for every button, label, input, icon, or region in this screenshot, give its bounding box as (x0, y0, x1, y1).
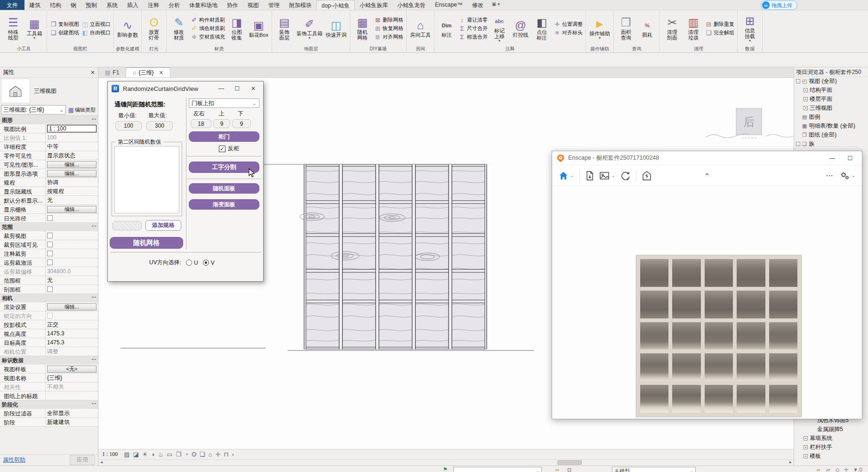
gradient-panel-button[interactable]: 渐变面板 (189, 199, 259, 210)
button-restore-grid[interactable]: ⊞恢复网格 (373, 24, 404, 33)
button-light-control-line[interactable]: @灯控线 (510, 18, 531, 38)
visual-style-icon[interactable]: ◪ (133, 451, 139, 458)
section-header[interactable]: 相机⌃⌃ (0, 294, 98, 302)
video-path-button[interactable] (621, 171, 630, 180)
radio-v-icon[interactable] (203, 260, 209, 266)
button-align-grid[interactable]: ≣对齐网格 (373, 33, 404, 41)
property-value[interactable]: 1475.3 (47, 339, 64, 346)
property-value[interactable]: {三维} (47, 374, 62, 382)
render-icon[interactable]: ♨ (158, 451, 163, 458)
more-icon[interactable]: ‹ (232, 451, 234, 458)
collapse-icon[interactable]: ⌃⌃ (91, 225, 96, 229)
random-values-listbox[interactable] (114, 146, 179, 213)
expander-plus-icon[interactable]: + (804, 97, 808, 101)
top-value-input[interactable]: 9 (213, 119, 230, 128)
enscape-viewport[interactable] (552, 186, 862, 419)
button-toolbox[interactable]: ▦工具箱▾ (24, 17, 45, 40)
minimize-icon[interactable]: — (825, 155, 839, 162)
collapse-toolbar-icon[interactable]: ⌃ (704, 172, 710, 180)
checkbox[interactable] (47, 251, 53, 256)
button-decal-box[interactable]: ▣贴花Box (248, 18, 270, 38)
button-loss[interactable]: %损耗 (637, 18, 658, 38)
design-option-combo[interactable]: 主模型⌄ (612, 467, 696, 472)
type-selector-combo[interactable]: 三维视图: {三维} ⌄ (1, 105, 66, 114)
property-value[interactable]: 无 (47, 277, 53, 285)
button-clean-section[interactable]: ✂清理 剖面 (662, 16, 683, 41)
checkbox[interactable] (47, 260, 53, 265)
add-spec-button[interactable]: 添加规格 (145, 220, 181, 231)
section-header[interactable]: 范围⌃⌃ (0, 223, 98, 231)
button-component-material-brush[interactable]: ✐构件材质刷 (190, 16, 226, 24)
tree-item[interactable]: +栏杆扶手 (794, 443, 868, 452)
properties-help-link[interactable]: 属性帮助 (3, 456, 25, 464)
temporary-hide-icon[interactable]: ◔ (185, 451, 188, 458)
button-room-tool[interactable]: ⌂房间工具 (409, 18, 432, 38)
button-avoid-clear[interactable]: ↕避让清零 (458, 16, 489, 24)
minimize-icon[interactable]: — (215, 85, 227, 92)
select-pinned-icon[interactable]: ◇ (836, 467, 839, 472)
checkbox[interactable] (47, 215, 53, 221)
button-decor-toolbox[interactable]: ✐装饰工具箱▾ (295, 17, 324, 40)
start-enscape-button[interactable] (642, 171, 651, 180)
button-delete-grid[interactable]: ⊠删除网格 (373, 16, 404, 24)
file-menu-button[interactable]: 文件 (0, 0, 24, 10)
link-icon[interactable]: ⊡ (567, 467, 571, 472)
close-tab-icon[interactable]: ✕ (159, 70, 163, 76)
button-impact-parameters[interactable]: ∿影响参数 (116, 18, 139, 38)
ribbon-tab[interactable]: Enscape™ (430, 0, 467, 10)
section-header[interactable]: 标识数据⌃⌃ (0, 356, 98, 365)
ribbon-tab[interactable]: 管理 (264, 0, 284, 10)
maximize-icon[interactable]: ☐ (231, 85, 243, 92)
ribbon-tab[interactable]: 注释 (143, 0, 164, 10)
displacement-icon[interactable]: ✛ (216, 451, 221, 458)
ribbon-tab[interactable]: 视图 (243, 0, 264, 10)
property-value[interactable]: 1475.3 (47, 330, 64, 337)
maximize-icon[interactable]: ☐ (843, 155, 857, 162)
temporary-view-icon[interactable]: ❏ (200, 451, 205, 458)
button-position-adjust[interactable]: ✛位置调整 (553, 20, 584, 28)
button-elevation-viewport[interactable]: ◫立面视口 (80, 20, 112, 28)
button-fill-material-brush[interactable]: ✐填色材质刷 (190, 24, 226, 33)
view-scale-button[interactable]: 1 : 100 (102, 451, 118, 458)
door-type-combo[interactable]: 门板上扣 ⌄ (189, 98, 259, 108)
button-dim-merge[interactable]: Σ尺寸合并 (458, 24, 489, 33)
view-tab-f1[interactable]: ▤ F1 (98, 67, 126, 77)
chevron-down-icon[interactable]: ⌄ (852, 173, 855, 178)
close-icon[interactable]: ✕ (247, 85, 259, 92)
button-duplicate-view[interactable]: ❐复制视图 (49, 20, 80, 28)
scroll-right-icon[interactable]: ► (788, 460, 794, 465)
button-light-strip[interactable]: ʘ放置 灯带 (144, 16, 164, 41)
button-modify-material[interactable]: ✎修改 材质 (169, 16, 189, 41)
export-file-button[interactable] (586, 171, 594, 180)
bottom-value-input[interactable]: 9 (232, 119, 251, 128)
section-header[interactable]: 阶段化⌃⌃ (0, 400, 98, 409)
ribbon-tab[interactable]: 附加模块 (284, 0, 316, 10)
property-value[interactable]: 正交 (47, 321, 58, 329)
ribbon-tab[interactable]: 插入 (122, 0, 143, 10)
drag-elements-icon[interactable]: ✛ (844, 467, 848, 472)
tree-item[interactable]: ❐图纸 (全部) (794, 130, 868, 139)
type-thumbnail[interactable] (1, 79, 30, 103)
reveal-hidden-icon[interactable]: ʘ (192, 451, 196, 458)
property-value-input[interactable]: 1 : 100 (47, 125, 96, 132)
editable-only-icon[interactable]: ∞ (555, 467, 559, 472)
select-underlay-icon[interactable]: ▱ (826, 467, 830, 472)
detail-level-icon[interactable]: ▨ (124, 451, 129, 458)
chevron-down-icon[interactable]: ⌄ (570, 173, 574, 178)
tree-item[interactable]: +楼层平面 (794, 95, 868, 104)
button-info-mount[interactable]: ⊞信息 挂载▾ (739, 14, 760, 43)
ribbon-tab[interactable]: 结构 (45, 0, 66, 10)
tree-item[interactable]: -❑族 (794, 139, 868, 148)
property-value[interactable]: 全部显示 (47, 409, 70, 417)
collapse-icon[interactable]: ⌃⌃ (91, 402, 96, 407)
home-button[interactable] (559, 171, 568, 180)
apply-button[interactable]: 应用 (70, 455, 95, 465)
button-box-merge[interactable]: Σ框选合并 (458, 33, 489, 41)
radio-u-icon[interactable] (186, 260, 192, 266)
i-split-button[interactable]: 工字分割 (189, 162, 259, 173)
tree-item[interactable]: +楼板 (794, 452, 868, 461)
lr-value-input[interactable]: 18 (191, 119, 211, 128)
uv-option-v[interactable]: V (203, 260, 215, 266)
edit-button[interactable]: 编辑... (47, 161, 96, 168)
button-bitmap-collect[interactable]: ◨位图 收集 (226, 16, 247, 41)
